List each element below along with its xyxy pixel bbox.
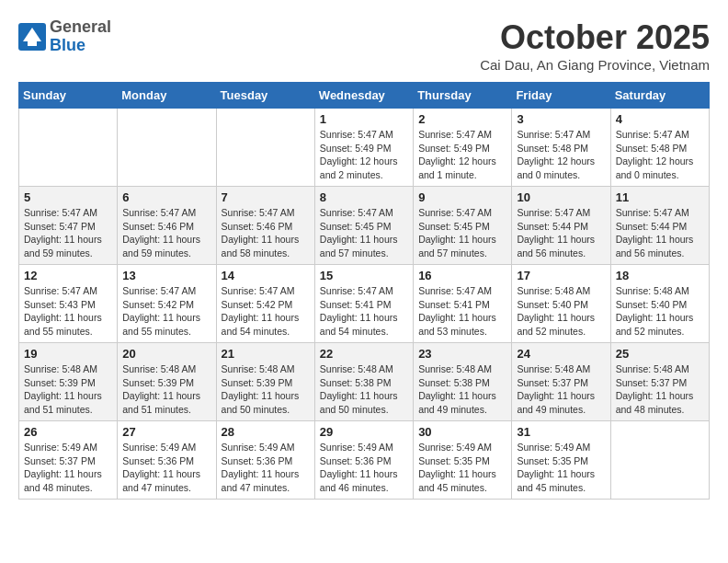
day-info: Sunrise: 5:48 AM Sunset: 5:37 PM Dayligh… (517, 362, 605, 417)
day-number: 29 (320, 425, 408, 439)
day-number: 10 (517, 190, 605, 204)
week-row-1: 1Sunrise: 5:47 AM Sunset: 5:49 PM Daylig… (19, 109, 710, 187)
day-info: Sunrise: 5:48 AM Sunset: 5:38 PM Dayligh… (418, 362, 506, 417)
day-number: 26 (24, 425, 112, 439)
cell-w1-d6: 4Sunrise: 5:47 AM Sunset: 5:48 PM Daylig… (610, 109, 709, 187)
day-info: Sunrise: 5:47 AM Sunset: 5:49 PM Dayligh… (418, 128, 506, 182)
month-title: October 2025 (480, 18, 710, 57)
day-number: 7 (222, 190, 310, 204)
day-info: Sunrise: 5:47 AM Sunset: 5:42 PM Dayligh… (122, 284, 210, 339)
day-number: 3 (517, 112, 605, 126)
cell-w4-d4: 23Sunrise: 5:48 AM Sunset: 5:38 PM Dayli… (414, 343, 512, 421)
day-info: Sunrise: 5:49 AM Sunset: 5:35 PM Dayligh… (418, 441, 506, 495)
day-number: 5 (24, 190, 112, 204)
location: Cai Dau, An Giang Province, Vietnam (480, 57, 710, 73)
day-number: 24 (517, 347, 605, 361)
day-info: Sunrise: 5:48 AM Sunset: 5:39 PM Dayligh… (122, 362, 210, 417)
cell-w2-d0: 5Sunrise: 5:47 AM Sunset: 5:47 PM Daylig… (19, 187, 118, 265)
day-info: Sunrise: 5:47 AM Sunset: 5:41 PM Dayligh… (320, 284, 408, 339)
day-number: 14 (222, 269, 310, 282)
title-block: October 2025 Cai Dau, An Giang Province,… (480, 18, 710, 73)
cell-w2-d3: 8Sunrise: 5:47 AM Sunset: 5:45 PM Daylig… (314, 187, 413, 265)
calendar: Sunday Monday Tuesday Wednesday Thursday… (18, 82, 710, 500)
cell-w2-d4: 9Sunrise: 5:47 AM Sunset: 5:45 PM Daylig… (414, 187, 512, 265)
cell-w5-d1: 27Sunrise: 5:49 AM Sunset: 5:36 PM Dayli… (118, 421, 216, 500)
day-number: 9 (418, 190, 506, 204)
cell-w4-d2: 21Sunrise: 5:48 AM Sunset: 5:39 PM Dayli… (216, 343, 314, 421)
cell-w3-d6: 18Sunrise: 5:48 AM Sunset: 5:40 PM Dayli… (610, 265, 709, 343)
day-number: 11 (616, 190, 704, 204)
day-number: 2 (418, 112, 506, 126)
day-info: Sunrise: 5:48 AM Sunset: 5:40 PM Dayligh… (517, 284, 605, 339)
day-info: Sunrise: 5:47 AM Sunset: 5:45 PM Dayligh… (418, 206, 506, 260)
cell-w3-d3: 15Sunrise: 5:47 AM Sunset: 5:41 PM Dayli… (314, 265, 413, 343)
day-info: Sunrise: 5:48 AM Sunset: 5:40 PM Dayligh… (616, 284, 704, 339)
day-number: 27 (122, 425, 210, 439)
day-info: Sunrise: 5:48 AM Sunset: 5:39 PM Dayligh… (222, 362, 310, 417)
day-number: 16 (418, 269, 506, 282)
day-number: 17 (517, 269, 605, 282)
day-info: Sunrise: 5:49 AM Sunset: 5:36 PM Dayligh… (222, 441, 310, 495)
logo-text: General Blue (50, 18, 111, 55)
header-wednesday: Wednesday (314, 83, 413, 109)
cell-w5-d3: 29Sunrise: 5:49 AM Sunset: 5:36 PM Dayli… (314, 421, 413, 500)
day-info: Sunrise: 5:48 AM Sunset: 5:38 PM Dayligh… (320, 362, 408, 417)
cell-w5-d4: 30Sunrise: 5:49 AM Sunset: 5:35 PM Dayli… (414, 421, 512, 500)
day-info: Sunrise: 5:47 AM Sunset: 5:48 PM Dayligh… (517, 128, 605, 182)
cell-w1-d2 (216, 109, 314, 187)
day-info: Sunrise: 5:47 AM Sunset: 5:44 PM Dayligh… (517, 206, 605, 260)
cell-w2-d1: 6Sunrise: 5:47 AM Sunset: 5:46 PM Daylig… (118, 187, 216, 265)
day-info: Sunrise: 5:47 AM Sunset: 5:43 PM Dayligh… (24, 284, 112, 339)
day-info: Sunrise: 5:49 AM Sunset: 5:36 PM Dayligh… (122, 441, 210, 495)
header-monday: Monday (118, 83, 216, 109)
day-info: Sunrise: 5:47 AM Sunset: 5:49 PM Dayligh… (320, 128, 408, 182)
cell-w1-d1 (118, 109, 216, 187)
cell-w4-d1: 20Sunrise: 5:48 AM Sunset: 5:39 PM Dayli… (118, 343, 216, 421)
day-info: Sunrise: 5:49 AM Sunset: 5:36 PM Dayligh… (320, 441, 408, 495)
cell-w5-d0: 26Sunrise: 5:49 AM Sunset: 5:37 PM Dayli… (19, 421, 118, 500)
page-header: General Blue October 2025 Cai Dau, An Gi… (18, 18, 710, 73)
week-row-4: 19Sunrise: 5:48 AM Sunset: 5:39 PM Dayli… (19, 343, 710, 421)
cell-w1-d3: 1Sunrise: 5:47 AM Sunset: 5:49 PM Daylig… (314, 109, 413, 187)
day-number: 22 (320, 347, 408, 361)
weekday-header-row: Sunday Monday Tuesday Wednesday Thursday… (19, 83, 710, 109)
week-row-5: 26Sunrise: 5:49 AM Sunset: 5:37 PM Dayli… (19, 421, 710, 500)
day-info: Sunrise: 5:47 AM Sunset: 5:48 PM Dayligh… (616, 128, 704, 182)
cell-w2-d6: 11Sunrise: 5:47 AM Sunset: 5:44 PM Dayli… (610, 187, 709, 265)
day-number: 18 (616, 269, 704, 282)
cell-w3-d1: 13Sunrise: 5:47 AM Sunset: 5:42 PM Dayli… (118, 265, 216, 343)
day-number: 30 (418, 425, 506, 439)
svg-rect-2 (28, 41, 37, 46)
day-number: 31 (517, 425, 605, 439)
day-number: 15 (320, 269, 408, 282)
cell-w5-d6 (610, 421, 709, 500)
cell-w3-d4: 16Sunrise: 5:47 AM Sunset: 5:41 PM Dayli… (414, 265, 512, 343)
logo-blue: Blue (50, 37, 111, 55)
cell-w4-d3: 22Sunrise: 5:48 AM Sunset: 5:38 PM Dayli… (314, 343, 413, 421)
header-sunday: Sunday (19, 83, 118, 109)
day-number: 1 (320, 112, 408, 126)
cell-w4-d6: 25Sunrise: 5:48 AM Sunset: 5:37 PM Dayli… (610, 343, 709, 421)
cell-w3-d0: 12Sunrise: 5:47 AM Sunset: 5:43 PM Dayli… (19, 265, 118, 343)
day-info: Sunrise: 5:48 AM Sunset: 5:39 PM Dayligh… (24, 362, 112, 417)
day-info: Sunrise: 5:48 AM Sunset: 5:37 PM Dayligh… (616, 362, 704, 417)
logo: General Blue (18, 18, 111, 55)
cell-w3-d2: 14Sunrise: 5:47 AM Sunset: 5:42 PM Dayli… (216, 265, 314, 343)
cell-w5-d5: 31Sunrise: 5:49 AM Sunset: 5:35 PM Dayli… (512, 421, 610, 500)
day-info: Sunrise: 5:49 AM Sunset: 5:35 PM Dayligh… (517, 441, 605, 495)
day-info: Sunrise: 5:47 AM Sunset: 5:45 PM Dayligh… (320, 206, 408, 260)
day-number: 4 (616, 112, 704, 126)
cell-w3-d5: 17Sunrise: 5:48 AM Sunset: 5:40 PM Dayli… (512, 265, 610, 343)
day-info: Sunrise: 5:47 AM Sunset: 5:42 PM Dayligh… (222, 284, 310, 339)
day-number: 25 (616, 347, 704, 361)
day-info: Sunrise: 5:47 AM Sunset: 5:47 PM Dayligh… (24, 206, 112, 260)
header-saturday: Saturday (610, 83, 709, 109)
cell-w2-d2: 7Sunrise: 5:47 AM Sunset: 5:46 PM Daylig… (216, 187, 314, 265)
day-info: Sunrise: 5:47 AM Sunset: 5:46 PM Dayligh… (222, 206, 310, 260)
day-number: 21 (222, 347, 310, 361)
cell-w5-d2: 28Sunrise: 5:49 AM Sunset: 5:36 PM Dayli… (216, 421, 314, 500)
cell-w4-d0: 19Sunrise: 5:48 AM Sunset: 5:39 PM Dayli… (19, 343, 118, 421)
day-number: 12 (24, 269, 112, 282)
day-number: 6 (122, 190, 210, 204)
day-info: Sunrise: 5:47 AM Sunset: 5:44 PM Dayligh… (616, 206, 704, 260)
